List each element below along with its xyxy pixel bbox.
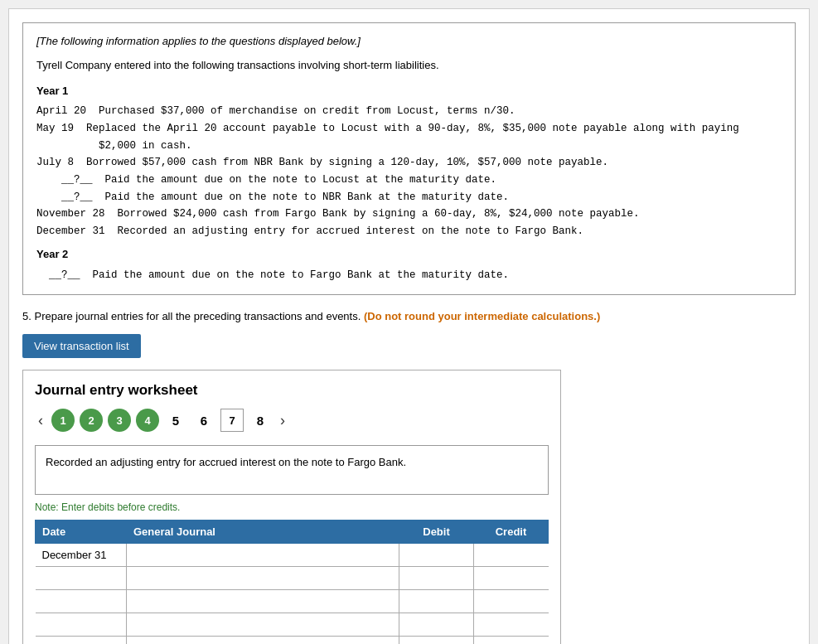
header-journal: General Journal [127, 521, 399, 544]
row3-debit-input[interactable] [406, 595, 467, 608]
question-body: Prepare journal entries for all the prec… [34, 310, 361, 322]
row5-journal[interactable] [127, 637, 399, 644]
row4-credit[interactable] [474, 613, 549, 637]
transaction-line-7: November 28 Borrowed $24,000 cash from F… [36, 206, 782, 223]
page-btn-5[interactable]: 5 [164, 409, 187, 432]
transaction-line-5: __?__ Paid the amount due on the note to… [36, 172, 782, 189]
row1-credit-input[interactable] [481, 549, 542, 561]
row3-credit[interactable] [474, 590, 549, 613]
row4-date [36, 613, 127, 637]
main-container: [The following information applies to th… [8, 8, 810, 644]
transaction-block: April 20 Purchased $37,000 of merchandis… [36, 103, 782, 240]
description-text: Recorded an adjusting entry for accrued … [46, 456, 406, 468]
table-row [36, 637, 549, 644]
row4-debit-input[interactable] [406, 618, 467, 631]
row2-journal-input[interactable] [133, 572, 392, 584]
info-italic-header: [The following information applies to th… [36, 33, 782, 51]
page-btn-7[interactable]: 7 [220, 409, 244, 432]
header-credit: Credit [474, 521, 549, 544]
table-row: December 31 [36, 544, 549, 567]
row3-journal-input[interactable] [133, 595, 392, 608]
row5-debit[interactable] [399, 637, 474, 644]
row4-debit[interactable] [399, 613, 474, 637]
year2-transaction: __?__ Paid the amount due on the note to… [36, 267, 782, 284]
header-debit: Debit [399, 521, 474, 544]
row4-credit-input[interactable] [481, 618, 542, 631]
next-arrow[interactable]: › [277, 412, 288, 429]
transaction-line-4: July 8 Borrowed $57,000 cash from NBR Ba… [36, 154, 782, 172]
row5-date [36, 637, 127, 644]
table-row [36, 590, 549, 613]
row2-credit-input[interactable] [481, 572, 542, 584]
row3-debit[interactable] [399, 590, 474, 613]
row5-credit[interactable] [474, 637, 549, 644]
info-box: [The following information applies to th… [22, 22, 796, 295]
prev-arrow[interactable]: ‹ [35, 412, 46, 429]
page-btn-6[interactable]: 6 [192, 409, 215, 432]
page-btn-8[interactable]: 8 [249, 409, 272, 432]
question-text: 5. Prepare journal entries for all the p… [22, 308, 796, 325]
row3-date [36, 590, 127, 613]
page-btn-2[interactable]: 2 [80, 409, 103, 432]
row4-journal[interactable] [127, 613, 399, 637]
row1-journal-input[interactable] [133, 549, 392, 561]
row2-debit[interactable] [399, 567, 474, 590]
transaction-line-8: December 31 Recorded an adjusting entry … [36, 223, 782, 240]
worksheet-container: Journal entry worksheet ‹ 1 2 3 4 5 6 7 … [22, 370, 561, 644]
transaction-line-3: $2,000 in cash. [36, 138, 782, 155]
view-transaction-list-button[interactable]: View transaction list [22, 334, 141, 358]
journal-table: Date General Journal Debit Credit Decemb… [35, 520, 549, 644]
page-btn-4[interactable]: 4 [136, 409, 159, 432]
transaction-line-6: __?__ Paid the amount due on the note to… [36, 189, 782, 206]
question-bold: (Do not round your intermediate calculat… [364, 310, 600, 322]
row2-debit-input[interactable] [406, 572, 467, 584]
row3-journal[interactable] [127, 590, 399, 613]
row3-credit-input[interactable] [481, 595, 542, 608]
worksheet-title: Journal entry worksheet [35, 382, 549, 399]
note-text: Note: Enter debits before credits. [35, 501, 549, 513]
year2-transaction-line: __?__ Paid the amount due on the note to… [36, 267, 782, 284]
year1-header: Year 1 [36, 83, 782, 100]
row1-credit[interactable] [474, 544, 549, 567]
row1-journal[interactable] [127, 544, 399, 567]
header-date: Date [36, 521, 127, 544]
info-intro: Tyrell Company entered into the followin… [36, 57, 782, 75]
transaction-line-1: April 20 Purchased $37,000 of merchandis… [36, 103, 782, 120]
table-row [36, 613, 549, 637]
year2-header: Year 2 [36, 246, 782, 264]
pagination: ‹ 1 2 3 4 5 6 7 8 › [35, 409, 549, 432]
row4-journal-input[interactable] [133, 618, 392, 631]
table-row [36, 567, 549, 590]
row2-journal[interactable] [127, 567, 399, 590]
transaction-line-2: May 19 Replaced the April 20 account pay… [36, 120, 782, 138]
row2-date [36, 567, 127, 590]
row2-credit[interactable] [474, 567, 549, 590]
question-number: 5. [22, 310, 31, 322]
page-btn-3[interactable]: 3 [108, 409, 131, 432]
row1-debit-input[interactable] [406, 549, 467, 561]
row1-date: December 31 [36, 544, 127, 567]
page-btn-1[interactable]: 1 [51, 409, 75, 432]
row1-debit[interactable] [399, 544, 474, 567]
description-box: Recorded an adjusting entry for accrued … [35, 445, 549, 495]
